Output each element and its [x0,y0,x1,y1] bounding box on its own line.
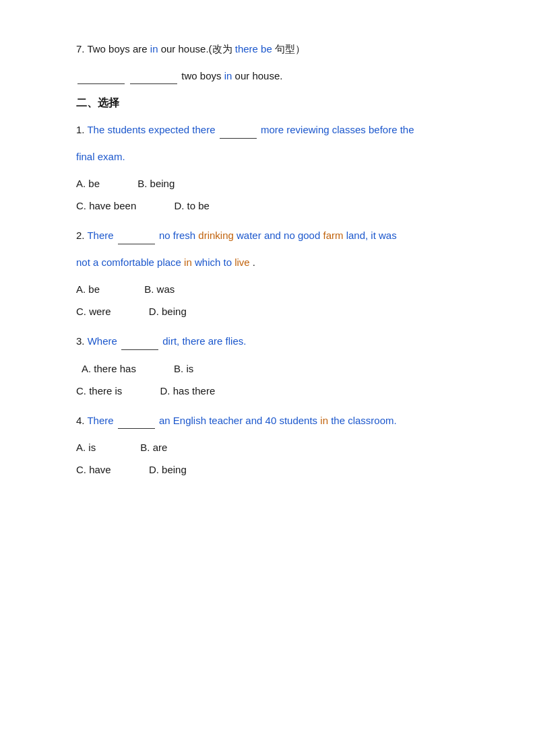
q7-there-be: there be [235,43,272,55]
q7-text3: our house. [235,70,283,81]
q1-text1: The students expected there [87,124,215,135]
question-7: 7. Two boys are in our house.(改为 there b… [76,40,459,84]
q4-optB: B. are [140,438,167,456]
q4-text3: the classroom. [331,415,397,426]
q1-options-row1: A. be B. being [76,174,459,193]
q1-optB-label: B. being [137,178,175,189]
q2-options-row2: C. were D. being [76,302,459,320]
q1-text2: more reviewing classes before the [261,124,414,135]
q1-label: 1. [76,124,85,135]
q2-text6: which to [195,256,232,268]
q7-text: 7. Two boys are in our house.(改为 there b… [76,40,459,58]
q4-optD-label: D. being [149,464,187,475]
section-2-title: 二、选择 [76,96,459,110]
q4-text2: an English teacher and 40 students [159,415,317,426]
q1-blank[interactable] [220,138,257,139]
q2-farm: farm [323,230,343,241]
q7-in2: in [224,70,232,81]
q3-text: 3. Where dirt, there are flies. [76,333,459,350]
q2-in: in [184,256,192,268]
q2-live: live [234,256,250,268]
q7-text2: two boys [181,70,221,81]
q3-label: 3. [76,335,85,347]
q2-there: There [87,230,113,241]
q7-label: 7. [76,43,85,55]
q3-options-row1: A. there has B. is [76,359,459,378]
q3-optA-label: A. there has [82,363,136,374]
q1-text: 1. The students expected there more revi… [76,121,459,139]
q1-optA-label: A. be [76,178,100,189]
q2-text4: land, it was [346,230,397,241]
q1-options-row2: C. have been D. to be [76,197,459,215]
q2-text5: not a comfortable place [76,256,181,268]
question-2: 2. There no fresh drinking water and no … [76,227,459,320]
q4-optC-label: C. have [76,464,111,475]
q1-optD-label: D. to be [174,200,210,211]
q4-optA-label: A. is [76,442,96,453]
q3-options-row2: C. there is D. has there [76,382,459,400]
q7-blank2[interactable] [130,83,177,84]
q3-optC-label: C. there is [76,385,122,397]
q3-blank[interactable] [121,349,158,350]
q7-text-after: our house.(改为 [161,43,232,55]
q2-optB: B. was [144,280,175,298]
q1-optB: B. being [137,174,175,193]
q4-optD: D. being [149,460,187,479]
q4-optA: A. is [76,438,96,456]
q1-optD: D. to be [174,197,210,215]
q2-text3: water and no good [237,230,320,241]
q3-optA: A. there has [82,359,136,378]
question-1: 1. The students expected there more revi… [76,121,459,215]
q1-optC-label: C. have been [76,200,136,211]
q1-optC: C. have been [76,197,136,215]
q4-options-row1: A. is B. are [76,438,459,456]
q3-optB: B. is [174,359,193,378]
q3-optC: C. there is [76,382,122,400]
q2-options-row1: A. be B. was [76,280,459,298]
q2-optC-label: C. were [76,306,111,317]
q4-there: There [87,415,113,426]
q1-final: final [76,151,95,162]
q7-text-before: Two boys are [87,43,147,55]
q4-optB-label: B. are [140,442,167,453]
q4-label: 4. [76,415,85,426]
q2-optB-label: B. was [144,283,175,295]
question-3: 3. Where dirt, there are flies. A. there… [76,333,459,400]
q3-text2: dirt, there are flies. [162,335,246,347]
question-4: 4. There an English teacher and 40 stude… [76,412,459,479]
q4-blank[interactable] [118,428,155,429]
q3-text1: Where [88,335,117,347]
q3-optD-label: D. has there [160,385,216,397]
q2-optD: D. being [149,302,187,320]
q7-in1: in [150,43,158,55]
q3-optD: D. has there [160,382,216,400]
q2-optD-label: D. being [149,306,187,317]
q3-optB-label: B. is [174,363,193,374]
q4-text: 4. There an English teacher and 40 stude… [76,412,459,429]
q2-drinking: drinking [198,230,234,241]
q7-blank1[interactable] [77,83,125,84]
q4-optC: C. have [76,460,111,479]
q2-optA-label: A. be [76,283,100,295]
q2-blank[interactable] [118,244,155,244]
q2-label: 2. [76,230,85,241]
q2-text7: . [253,256,255,268]
q1-optA: A. be [76,174,100,193]
q1-text-cont: final exam. [76,148,459,166]
q7-answer-line: two boys in our house. [76,67,459,85]
q2-text: 2. There no fresh drinking water and no … [76,227,459,244]
q2-text-cont: not a comfortable place in which to live… [76,254,459,271]
q2-optA: A. be [76,280,100,298]
q4-in: in [320,415,328,426]
q2-optC: C. were [76,302,111,320]
q7-sentence-end: 句型） [275,43,305,55]
q1-exam: exam. [98,151,125,162]
q4-options-row2: C. have D. being [76,460,459,479]
q2-text2: no fresh [159,230,195,241]
